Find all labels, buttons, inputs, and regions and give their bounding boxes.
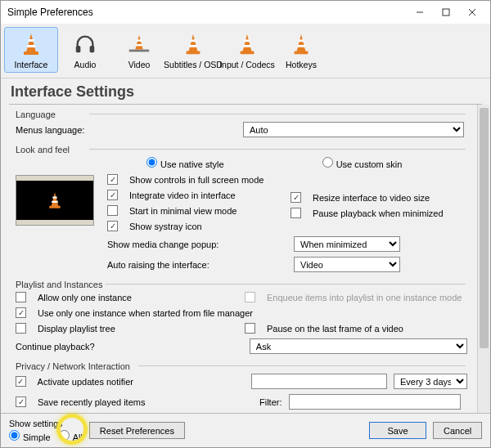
tab-label: Input / Codecs bbox=[219, 60, 275, 69]
radio-custom-skin[interactable]: Use custom skin bbox=[322, 157, 403, 169]
svg-rect-28 bbox=[52, 201, 58, 203]
checkbox-only-one-instance[interactable] bbox=[16, 292, 26, 302]
bottom-bar: Show settings Simple All Reset Preferenc… bbox=[1, 413, 490, 447]
svg-rect-13 bbox=[136, 44, 142, 46]
checkbox-label: Pause playback when minimized bbox=[313, 208, 444, 218]
checkbox-label: Enqueue items into playlist in one insta… bbox=[267, 293, 462, 302]
svg-marker-18 bbox=[242, 34, 251, 52]
checkbox-show-systray[interactable] bbox=[107, 221, 118, 231]
radio-all[interactable]: All bbox=[59, 430, 83, 442]
cone-icon bbox=[234, 31, 260, 57]
radio-simple[interactable]: Simple bbox=[9, 430, 51, 442]
checkbox-label: Show controls in full screen mode bbox=[129, 175, 264, 185]
menus-language-select[interactable]: Auto bbox=[243, 122, 464, 137]
svg-rect-12 bbox=[137, 39, 142, 41]
tab-label: Video bbox=[128, 60, 151, 69]
svg-marker-11 bbox=[135, 35, 142, 50]
scrollbar-thumb[interactable] bbox=[480, 108, 489, 348]
group-label: Privacy / Network Interaction bbox=[16, 361, 130, 371]
tab-video[interactable]: Video bbox=[112, 27, 166, 73]
page-title: Interface Settings bbox=[1, 78, 490, 102]
maximize-button[interactable] bbox=[433, 3, 459, 21]
checkbox-label: Allow only one instance bbox=[38, 293, 132, 302]
tab-audio[interactable]: Audio bbox=[58, 27, 112, 73]
show-settings-label: Show settings bbox=[9, 419, 83, 428]
checkbox-label: Save recently played items bbox=[38, 397, 253, 407]
tab-interface[interactable]: Interface bbox=[4, 27, 58, 73]
svg-rect-10 bbox=[129, 50, 149, 52]
svg-rect-19 bbox=[245, 39, 250, 42]
svg-rect-5 bbox=[29, 39, 34, 42]
filter-label: Filter: bbox=[259, 397, 282, 407]
updates-interval-select[interactable]: Every 3 days bbox=[394, 374, 467, 389]
checkbox-resize-interface[interactable] bbox=[291, 192, 301, 203]
svg-rect-25 bbox=[295, 51, 309, 54]
svg-rect-24 bbox=[297, 45, 304, 47]
checkbox-start-minimal[interactable] bbox=[107, 205, 118, 216]
filter-input[interactable] bbox=[289, 394, 461, 410]
checkbox-display-playlist-tree[interactable] bbox=[16, 323, 26, 334]
minimize-button[interactable] bbox=[407, 3, 433, 21]
checkbox-label: Activate updates notifier bbox=[38, 377, 245, 387]
tab-hotkeys[interactable]: Hotkeys bbox=[274, 27, 328, 73]
cone-icon bbox=[18, 31, 44, 57]
checkbox-label: Show systray icon bbox=[129, 222, 202, 231]
tab-label: Hotkeys bbox=[286, 60, 317, 69]
radio-native-style[interactable]: Use native style bbox=[146, 157, 224, 169]
auto-raise-select[interactable]: Video bbox=[294, 257, 400, 272]
svg-rect-9 bbox=[90, 46, 95, 52]
checkbox-pause-minimized[interactable] bbox=[291, 208, 301, 218]
title-bar: Simple Preferences bbox=[1, 1, 490, 24]
svg-rect-23 bbox=[299, 39, 304, 42]
checkbox-activate-updates[interactable] bbox=[16, 376, 26, 387]
tab-label: Interface bbox=[15, 60, 48, 69]
continue-playback-label: Continue playback? bbox=[16, 342, 243, 352]
cone-icon bbox=[126, 31, 152, 57]
cone-icon bbox=[180, 31, 206, 57]
svg-marker-22 bbox=[296, 34, 305, 52]
close-button[interactable] bbox=[459, 3, 485, 21]
updates-interval-field[interactable] bbox=[251, 374, 387, 389]
window-title: Simple Preferences bbox=[6, 7, 407, 18]
svg-rect-6 bbox=[27, 45, 35, 47]
svg-rect-29 bbox=[49, 206, 61, 208]
native-style-radio[interactable] bbox=[146, 157, 157, 168]
svg-marker-14 bbox=[188, 34, 197, 52]
media-change-popup-select[interactable]: When minimized bbox=[294, 236, 400, 252]
media-popup-label: Show media change popup: bbox=[107, 240, 287, 249]
svg-rect-20 bbox=[243, 45, 250, 47]
skin-preview-thumbnail bbox=[16, 175, 94, 226]
svg-rect-1 bbox=[443, 9, 449, 16]
tab-input-codecs[interactable]: Input / Codecs bbox=[220, 27, 274, 73]
checkbox-save-recent[interactable] bbox=[16, 396, 26, 407]
continue-playback-select[interactable]: Ask bbox=[250, 338, 467, 354]
svg-rect-27 bbox=[52, 197, 56, 199]
save-button[interactable]: Save bbox=[369, 422, 426, 439]
checkbox-integrate-video[interactable] bbox=[107, 190, 118, 200]
reset-preferences-button[interactable]: Reset Preferences bbox=[89, 422, 185, 439]
checkbox-label: Integrate video in interface bbox=[129, 190, 236, 200]
cancel-button[interactable]: Cancel bbox=[433, 422, 482, 439]
svg-rect-7 bbox=[24, 52, 38, 55]
category-tabbar: Interface Audio Video Subtitles / OSD In… bbox=[1, 24, 490, 78]
svg-rect-15 bbox=[191, 39, 196, 42]
checkbox-label: Use only one instance when started from … bbox=[38, 308, 253, 318]
svg-rect-17 bbox=[187, 51, 200, 54]
tab-subtitles[interactable]: Subtitles / OSD bbox=[166, 27, 220, 73]
checkbox-pause-last-frame[interactable] bbox=[245, 323, 255, 334]
checkbox-one-instance-fm[interactable] bbox=[16, 307, 26, 318]
checkbox-label: Display playlist tree bbox=[38, 324, 115, 334]
settings-content: Language Menus language: Auto Look and f… bbox=[1, 105, 477, 413]
checkbox-label: Resize interface to video size bbox=[313, 193, 430, 203]
checkbox-show-controls-fullscreen[interactable] bbox=[107, 174, 118, 185]
tab-label: Audio bbox=[74, 60, 97, 69]
scrollbar[interactable] bbox=[477, 105, 490, 413]
checkbox-enqueue-items bbox=[245, 292, 255, 302]
cone-icon bbox=[288, 31, 314, 57]
auto-raise-label: Auto raising the interface: bbox=[107, 260, 287, 270]
custom-skin-radio[interactable] bbox=[322, 157, 333, 168]
group-playlist: Playlist and Instances bbox=[16, 275, 474, 289]
svg-rect-21 bbox=[241, 51, 255, 54]
tab-label: Subtitles / OSD bbox=[164, 60, 223, 69]
group-label: Look and feel bbox=[16, 145, 70, 155]
